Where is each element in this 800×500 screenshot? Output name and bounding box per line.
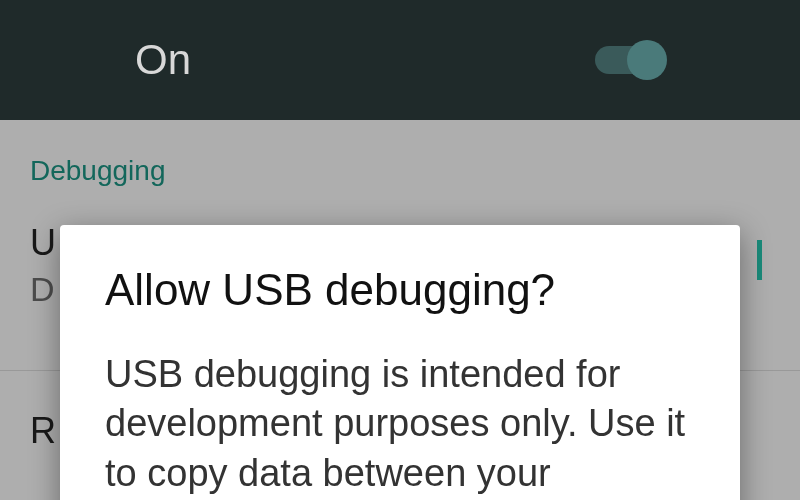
dialog-title: Allow USB debugging? — [105, 265, 695, 315]
usb-debugging-dialog: Allow USB debugging? USB debugging is in… — [60, 225, 740, 500]
usb-debugging-toggle-edge — [757, 240, 762, 280]
toggle-knob — [627, 40, 667, 80]
master-toggle[interactable] — [595, 46, 665, 74]
dialog-body: USB debugging is intended for developmen… — [105, 350, 695, 500]
developer-options-header: On — [0, 0, 800, 120]
header-toggle-label: On — [135, 36, 191, 84]
